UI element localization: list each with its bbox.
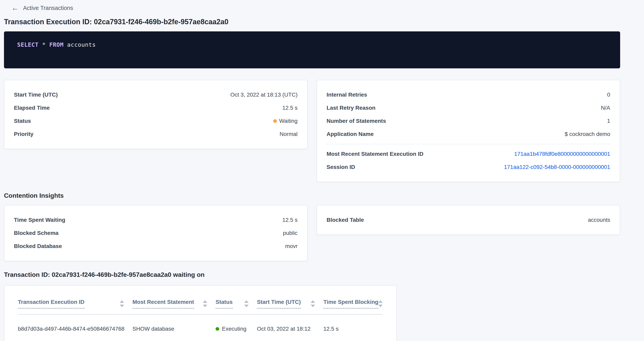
waiting-on-table-card: Transaction Execution ID Most Recent Sta… (4, 285, 396, 341)
row-label: Last Retry Reason (326, 105, 376, 111)
cell-time-spent-blocking: 12.5 s (324, 314, 383, 341)
back-link[interactable]: ← Active Transactions (4, 2, 620, 11)
sort-icon[interactable] (244, 300, 248, 307)
summary-row-application-name: Application Name $ cockroach demo (326, 128, 610, 141)
row-value: Oct 3, 2022 at 18:13 (UTC) (230, 92, 298, 98)
column-header-label[interactable]: Time Spent Blocking (324, 299, 378, 309)
sql-keyword: SELECT (17, 41, 38, 48)
sql-operator: * (42, 41, 46, 48)
summary-cards-row: Start Time (UTC) Oct 3, 2022 at 18:13 (U… (4, 80, 620, 182)
summary-row-internal-retries: Internal Retries 0 (326, 88, 610, 101)
transaction-details-page: ← Active Transactions Transaction Execut… (0, 0, 644, 341)
status-text: Waiting (279, 118, 298, 124)
sql-table-name: accounts (67, 41, 96, 48)
column-header-label[interactable]: Transaction Execution ID (18, 299, 84, 309)
sort-icon[interactable] (203, 300, 207, 307)
row-label: Most Recent Statement Execution ID (326, 151, 424, 157)
summary-row-last-retry-reason: Last Retry Reason N/A (326, 101, 610, 114)
contention-card-right: Blocked Table accounts (317, 205, 620, 235)
summary-row-statement-execution-id: Most Recent Statement Execution ID 171aa… (326, 147, 610, 161)
row-label: Number of Statements (326, 118, 386, 124)
row-value: public (283, 230, 298, 236)
sort-icon[interactable] (120, 300, 124, 307)
row-label: Blocked Table (326, 217, 364, 223)
row-value: Waiting (273, 118, 298, 124)
status-text: Executing (222, 326, 246, 332)
column-header-label[interactable]: Status (216, 299, 233, 309)
summary-card-left: Start Time (UTC) Oct 3, 2022 at 18:13 (U… (4, 80, 308, 149)
contention-insights-heading: Contention Insights (4, 192, 620, 200)
row-label: Application Name (326, 131, 374, 137)
row-value: 1 (607, 118, 610, 124)
row-label: Session ID (326, 164, 355, 170)
row-label: Blocked Database (14, 243, 62, 249)
row-value: 12.5 s (282, 105, 298, 111)
row-value: 12.5 s (282, 217, 298, 223)
page-title: Transaction Execution ID: 02ca7931-f246-… (4, 17, 620, 26)
summary-row-start-time: Start Time (UTC) Oct 3, 2022 at 18:13 (U… (14, 88, 298, 101)
contention-row-time-spent-waiting: Time Spent Waiting 12.5 s (14, 213, 298, 227)
card-divider (326, 144, 610, 144)
summary-row-status: Status Waiting (14, 114, 298, 128)
column-header-label[interactable]: Most Recent Statement (132, 299, 194, 309)
row-value: 0 (607, 92, 610, 98)
summary-card-right: Internal Retries 0 Last Retry Reason N/A… (317, 80, 620, 182)
row-value: movr (285, 243, 298, 249)
column-header-start-time[interactable]: Start Time (UTC) (257, 294, 324, 314)
row-label: Internal Retries (326, 92, 367, 98)
row-value: $ cockroach demo (565, 131, 610, 137)
cell-start-time: Oct 03, 2022 at 18:12 (257, 314, 324, 341)
column-header-status[interactable]: Status (216, 294, 257, 314)
session-id-link[interactable]: 171aa122-c092-54b8-0000-000000000001 (504, 164, 610, 170)
table-header-row: Transaction Execution ID Most Recent Sta… (18, 294, 383, 314)
back-arrow-icon[interactable]: ← (12, 4, 19, 11)
column-header-time-spent-blocking[interactable]: Time Spent Blocking (324, 294, 383, 314)
summary-row-elapsed-time: Elapsed Time 12.5 s (14, 101, 298, 114)
contention-row-blocked-database: Blocked Database movr (14, 240, 298, 253)
row-value: accounts (588, 217, 610, 223)
column-header-most-recent-statement[interactable]: Most Recent Statement (132, 294, 216, 314)
contention-cards-row: Time Spent Waiting 12.5 s Blocked Schema… (4, 205, 620, 261)
sort-icon[interactable] (311, 300, 315, 307)
contention-card-left: Time Spent Waiting 12.5 s Blocked Schema… (4, 205, 308, 261)
back-link-label[interactable]: Active Transactions (23, 5, 73, 11)
sql-statement-box: SELECT * FROM accounts (4, 31, 620, 68)
status-executing-dot-icon (216, 327, 219, 331)
waiting-on-heading: Transaction ID: 02ca7931-f246-469b-b2fe-… (4, 271, 620, 279)
row-label: Start Time (UTC) (14, 92, 58, 98)
cell-status: Executing (216, 314, 257, 341)
table-row: b8d7d03a-d497-446b-8474-e50846674768 SHO… (18, 314, 383, 341)
statement-execution-id-link[interactable]: 171aa1b478fdf0e80000000000000001 (514, 151, 610, 157)
row-label: Blocked Schema (14, 230, 58, 236)
row-label: Elapsed Time (14, 105, 50, 111)
column-header-transaction-execution-id[interactable]: Transaction Execution ID (18, 294, 132, 314)
waiting-on-table: Transaction Execution ID Most Recent Sta… (18, 294, 383, 341)
sort-icon[interactable] (378, 300, 383, 307)
row-value: Normal (280, 131, 298, 137)
summary-row-session-id: Session ID 171aa122-c092-54b8-0000-00000… (326, 161, 610, 174)
summary-row-number-of-statements: Number of Statements 1 (326, 114, 610, 128)
row-label: Status (14, 118, 31, 124)
row-value: N/A (601, 105, 610, 111)
row-label: Time Spent Waiting (14, 217, 65, 223)
row-label: Priority (14, 131, 34, 137)
cell-most-recent-statement: SHOW database (132, 314, 216, 341)
cell-transaction-execution-id: b8d7d03a-d497-446b-8474-e50846674768 (18, 314, 132, 341)
sql-keyword: FROM (49, 41, 64, 48)
contention-row-blocked-table: Blocked Table accounts (326, 213, 610, 227)
summary-row-priority: Priority Normal (14, 128, 298, 141)
column-header-label[interactable]: Start Time (UTC) (257, 299, 301, 309)
contention-row-blocked-schema: Blocked Schema public (14, 227, 298, 240)
status-waiting-dot-icon (273, 119, 277, 123)
